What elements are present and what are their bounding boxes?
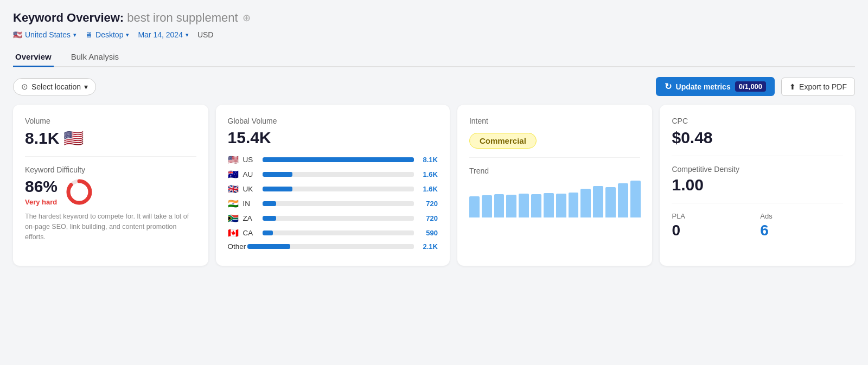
cpc-value: $0.48 (672, 129, 843, 147)
trend-bar (531, 194, 541, 217)
bar-container (263, 216, 414, 221)
divider (469, 157, 641, 158)
cpc-card: CPC $0.48 Competitive Density 1.00 PLA 0… (660, 105, 855, 266)
trend-bars (469, 180, 641, 217)
global-volume-value: 15.4K (228, 129, 438, 147)
volume-value: 8.1K 🇺🇸 (25, 129, 196, 148)
date-label: Mar 14, 2024 (138, 30, 183, 39)
intent-badge: Commercial (469, 133, 537, 149)
bar-fill (263, 201, 276, 206)
toolbar-right: ↻ Update metrics 0/1,000 ⬆ Export to PDF (656, 77, 855, 96)
country-value: 2.1K (418, 242, 438, 251)
export-pdf-button[interactable]: ⬆ Export to PDF (781, 78, 855, 96)
trend-bar (482, 195, 492, 217)
kd-label: Keyword Difficulty (25, 165, 196, 174)
bar-fill (263, 230, 273, 235)
list-item: Other 2.1K (228, 242, 438, 251)
intent-label: Intent (469, 117, 641, 125)
country-list: 🇺🇸 US 8.1K 🇦🇺 AU 1.6K 🇬🇧 UK 1 (228, 155, 438, 251)
ads-col: Ads 6 (760, 212, 843, 239)
trend-bar (593, 186, 603, 217)
bar-container (247, 244, 414, 249)
country-flag: 🇺🇸 (228, 155, 239, 165)
trend-section: Trend (469, 167, 641, 217)
export-label: Export to PDF (799, 82, 847, 91)
bar-container (263, 172, 414, 177)
country-value: 590 (418, 229, 438, 237)
bar-fill (263, 187, 293, 191)
list-item: 🇮🇳 IN 720 (228, 198, 438, 209)
country-value: 720 (418, 214, 438, 222)
chevron-down-icon: ▾ (84, 82, 88, 91)
intent-trend-card: Intent Commercial Trend (457, 105, 653, 266)
bar-container (263, 201, 414, 206)
trend-bar (580, 189, 591, 217)
kd-values: 86% Very hard (25, 177, 58, 206)
divider (672, 203, 843, 203)
tab-bulk-analysis[interactable]: Bulk Analysis (69, 48, 121, 67)
update-metrics-label: Update metrics (676, 82, 731, 91)
page-title: Keyword Overview: best iron supplement (13, 11, 238, 25)
bar-fill (263, 216, 276, 221)
location-filter[interactable]: 🇺🇸 United States ▾ (13, 30, 76, 39)
pla-col: PLA 0 (672, 212, 755, 239)
chevron-down-icon: ▾ (126, 31, 129, 39)
list-item: 🇦🇺 AU 1.6K (228, 169, 438, 180)
location-pin-icon: ⊙ (21, 82, 28, 92)
country-code: US (243, 156, 258, 164)
trend-bar (630, 181, 641, 217)
country-value: 1.6K (418, 170, 438, 178)
chevron-down-icon: ▾ (73, 31, 76, 39)
bar-fill (247, 244, 291, 249)
location-label: United States (25, 30, 71, 39)
refresh-icon: ↻ (665, 81, 672, 92)
us-flag: 🇺🇸 (63, 129, 84, 148)
bar-container (263, 230, 414, 235)
trend-bar (494, 194, 505, 217)
cpc-label: CPC (672, 117, 843, 125)
comp-density-value: 1.00 (672, 176, 843, 194)
pla-ads-section: PLA 0 Ads 6 (672, 212, 843, 239)
update-metrics-button[interactable]: ↻ Update metrics 0/1,000 (656, 77, 775, 96)
bar-container (263, 157, 414, 162)
ads-label: Ads (760, 212, 843, 220)
device-filter[interactable]: 🖥 Desktop ▾ (85, 30, 129, 39)
bar-fill (263, 172, 293, 177)
country-flag: 🇬🇧 (228, 184, 239, 194)
country-flag: 🇮🇳 (228, 198, 239, 209)
keyword-text: best iron supplement (127, 11, 238, 24)
update-count-badge: 0/1,000 (735, 81, 766, 92)
country-code: UK (243, 185, 258, 193)
trend-bar (506, 195, 516, 217)
country-code: IN (243, 200, 258, 208)
select-location-button[interactable]: ⊙ Select location ▾ (13, 78, 96, 95)
country-value: 8.1K (418, 156, 438, 164)
trend-bar (519, 194, 529, 217)
volume-label: Volume (25, 117, 196, 125)
tabs-bar: Overview Bulk Analysis (13, 48, 855, 67)
chevron-down-icon: ▾ (186, 31, 189, 39)
trend-bar (469, 196, 480, 217)
add-keyword-icon[interactable]: ⊕ (242, 12, 251, 24)
cards-grid: Volume 8.1K 🇺🇸 Keyword Difficulty 86% Ve… (13, 105, 855, 266)
kd-value: 86% (25, 177, 58, 196)
country-code: AU (243, 170, 258, 178)
pla-label: PLA (672, 212, 755, 220)
trend-bar (544, 193, 554, 217)
ads-value: 6 (760, 222, 843, 239)
header-filters: 🇺🇸 United States ▾ 🖥 Desktop ▾ Mar 14, 2… (13, 30, 855, 39)
currency-label: USD (197, 30, 214, 39)
trend-bar (556, 194, 566, 217)
tab-overview[interactable]: Overview (13, 48, 54, 67)
kd-row: 86% Very hard (25, 177, 196, 206)
us-flag-icon: 🇺🇸 (13, 30, 22, 39)
kd-description: The hardest keyword to compete for. It w… (25, 212, 196, 242)
intent-badge-wrapper: Commercial (469, 129, 641, 149)
kd-donut-chart (65, 178, 93, 206)
country-flag: 🇨🇦 (228, 228, 239, 238)
country-code: ZA (243, 214, 258, 222)
date-filter[interactable]: Mar 14, 2024 ▾ (138, 30, 189, 39)
select-location-label: Select location (31, 82, 81, 91)
export-icon: ⬆ (789, 82, 796, 91)
bar-fill (263, 157, 414, 162)
